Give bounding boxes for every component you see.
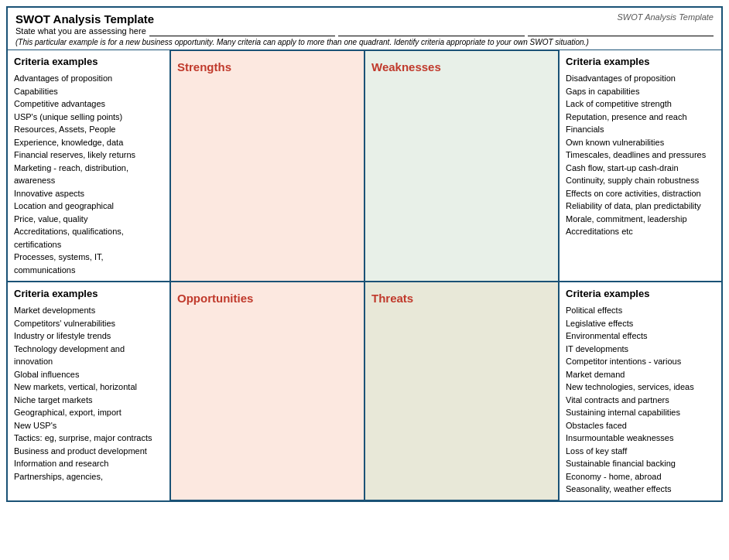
list-item: Processes, systems, IT, communications bbox=[14, 251, 163, 276]
list-item: Partnerships, agencies, bbox=[14, 470, 163, 483]
list-item: Business and product development bbox=[14, 445, 163, 458]
list-item: Experience, knowledge, data bbox=[14, 136, 163, 149]
list-item: Lack of competitive strength bbox=[566, 97, 715, 111]
list-item: Market developments bbox=[14, 304, 163, 317]
list-item: Accreditations etc bbox=[566, 225, 715, 238]
subtitle-underline bbox=[149, 26, 335, 36]
list-item: IT developments bbox=[566, 343, 715, 356]
list-item: Location and geographical bbox=[14, 200, 163, 213]
list-item: Loss of key staff bbox=[566, 445, 715, 458]
list-item: Obstacles faced bbox=[566, 419, 715, 432]
list-item: Marketing - reach, distribution, awarene… bbox=[14, 162, 163, 187]
list-item: Information and research bbox=[14, 457, 163, 470]
list-item: Technology development and innovation bbox=[14, 343, 163, 368]
weaknesses-cell: Weaknesses bbox=[364, 50, 559, 282]
list-item: Sustainable financial backing bbox=[566, 457, 715, 470]
list-item: Market demand bbox=[566, 368, 715, 381]
criteria-top-right-list: Disadvantages of propositionGaps in capa… bbox=[566, 72, 715, 238]
list-item: Reputation, presence and reach bbox=[566, 111, 715, 124]
criteria-top-left: Criteria examples Advantages of proposit… bbox=[8, 50, 170, 282]
watermark: SWOT Analysis Template bbox=[617, 12, 714, 22]
list-item: Advantages of proposition bbox=[14, 72, 163, 85]
list-item: Competitor intentions - various bbox=[566, 355, 715, 368]
criteria-top-left-heading: Criteria examples bbox=[14, 55, 163, 69]
list-item: Global influences bbox=[14, 368, 163, 381]
opportunities-label: Opportunities bbox=[177, 287, 358, 309]
header-note: (This particular example is for a new bu… bbox=[15, 38, 714, 46]
criteria-top-left-list: Advantages of propositionCapabilitiesCom… bbox=[14, 72, 163, 276]
strengths-cell: Strengths bbox=[170, 50, 364, 282]
list-item: Capabilities bbox=[14, 85, 163, 98]
strengths-label: Strengths bbox=[177, 56, 358, 78]
list-item: Industry or lifestyle trends bbox=[14, 330, 163, 343]
header: SWOT Analysis Template SWOT Analysis Tem… bbox=[8, 8, 721, 50]
list-item: Reliability of data, plan predictability bbox=[566, 200, 715, 213]
list-item: Resources, Assets, People bbox=[14, 123, 163, 136]
list-item: Continuity, supply chain robustness bbox=[566, 174, 715, 187]
list-item: Seasonality, weather effects bbox=[566, 483, 715, 496]
subtitle-underline2 bbox=[338, 26, 524, 36]
criteria-bottom-left-list: Market developmentsCompetitors' vulnerab… bbox=[14, 304, 163, 483]
list-item: Geographical, export, import bbox=[14, 406, 163, 419]
list-item: New USP's bbox=[14, 419, 163, 432]
opportunities-cell: Opportunities bbox=[170, 282, 364, 500]
list-item: Legislative effects bbox=[566, 317, 715, 330]
list-item: Innovative aspects bbox=[14, 187, 163, 200]
list-item: Own known vulnerabilities bbox=[566, 136, 715, 149]
swot-container: SWOT Analysis Template SWOT Analysis Tem… bbox=[6, 6, 723, 502]
criteria-bottom-left: Criteria examples Market developmentsCom… bbox=[8, 282, 170, 500]
list-item: Accreditations, qualifications, certific… bbox=[14, 225, 163, 251]
list-item: New technologies, services, ideas bbox=[566, 381, 715, 394]
subtitle-text: State what you are assessing here bbox=[15, 26, 146, 36]
list-item: Tactics: eg, surprise, major contracts bbox=[14, 432, 163, 445]
criteria-bottom-right: Criteria examples Political effectsLegis… bbox=[559, 282, 721, 500]
threats-label: Threats bbox=[371, 287, 552, 309]
subtitle-underline3 bbox=[528, 26, 714, 36]
main-title: SWOT Analysis Template bbox=[15, 12, 714, 26]
list-item: Competitive advantages bbox=[14, 97, 163, 111]
list-item: Effects on core activities, distraction bbox=[566, 187, 715, 200]
list-item: Financials bbox=[566, 123, 715, 136]
list-item: Morale, commitment, leadership bbox=[566, 213, 715, 226]
list-item: Competitors' vulnerabilities bbox=[14, 317, 163, 330]
list-item: New markets, vertical, horizontal bbox=[14, 381, 163, 394]
criteria-top-right: Criteria examples Disadvantages of propo… bbox=[559, 50, 721, 282]
list-item: Disadvantages of proposition bbox=[566, 72, 715, 85]
list-item: Cash flow, start-up cash-drain bbox=[566, 162, 715, 175]
list-item: USP's (unique selling points) bbox=[14, 111, 163, 124]
threats-cell: Threats bbox=[364, 282, 559, 500]
list-item: Price, value, quality bbox=[14, 213, 163, 226]
list-item: Economy - home, abroad bbox=[566, 470, 715, 483]
criteria-bottom-right-heading: Criteria examples bbox=[566, 287, 715, 301]
list-item: Insurmountable weaknesses bbox=[566, 432, 715, 445]
list-item: Environmental effects bbox=[566, 330, 715, 343]
criteria-top-right-heading: Criteria examples bbox=[566, 55, 715, 69]
list-item: Vital contracts and partners bbox=[566, 394, 715, 407]
list-item: Sustaining internal capabilities bbox=[566, 406, 715, 419]
list-item: Gaps in capabilities bbox=[566, 85, 715, 98]
list-item: Niche target markets bbox=[14, 394, 163, 407]
weaknesses-label: Weaknesses bbox=[371, 56, 552, 78]
list-item: Political effects bbox=[566, 304, 715, 317]
swot-grid: Criteria examples Advantages of proposit… bbox=[8, 50, 721, 500]
list-item: Timescales, deadlines and pressures bbox=[566, 149, 715, 162]
list-item: Financial reserves, likely returns bbox=[14, 149, 163, 162]
subtitle-row: State what you are assessing here bbox=[15, 26, 714, 36]
criteria-bottom-left-heading: Criteria examples bbox=[14, 287, 163, 301]
criteria-bottom-right-list: Political effectsLegislative effectsEnvi… bbox=[566, 304, 715, 496]
